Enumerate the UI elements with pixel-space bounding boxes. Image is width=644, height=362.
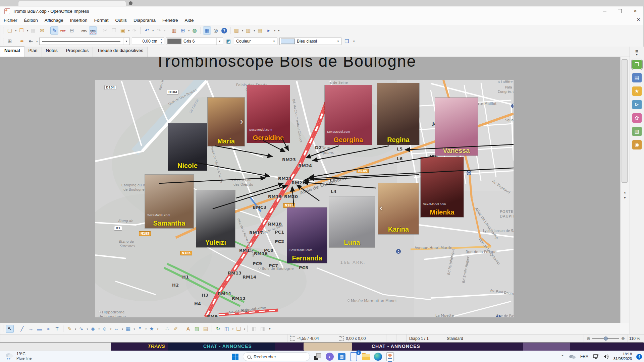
menu-format[interactable]: Format	[91, 16, 112, 25]
basic-shapes-icon[interactable]: ◆▾	[89, 325, 97, 333]
extrusion-on-icon[interactable]: ◨	[259, 325, 267, 333]
onedrive-icon[interactable]	[569, 354, 576, 359]
menu-fichier[interactable]: Fichier	[0, 16, 21, 25]
edge-button[interactable]	[374, 352, 382, 361]
redo-icon[interactable]: ↷▾	[155, 26, 163, 35]
sidebar-images-icon[interactable]: ▧	[632, 127, 642, 136]
arrange-icon[interactable]: ❏▾	[234, 325, 243, 333]
vertical-scrollbar[interactable]: ▲ ▼	[620, 57, 629, 323]
menu-edition[interactable]: Édition	[21, 16, 41, 25]
volume-icon[interactable]	[603, 354, 609, 359]
connector-icon[interactable]: ∿▾	[77, 325, 85, 333]
alignment-icon[interactable]: ◫▾	[223, 325, 231, 333]
zoom-icon[interactable]: ◎	[212, 26, 220, 35]
stars-icon[interactable]: ★▾	[148, 325, 156, 333]
sidebar-properties-icon[interactable]: ❒	[632, 60, 642, 69]
flowchart-icon[interactable]: ▦▾	[124, 325, 132, 333]
taskbar-search[interactable]: Rechercher	[243, 352, 310, 361]
line-color-select[interactable]: Gris 6 ▼	[166, 38, 223, 45]
fontwork-icon[interactable]: A	[184, 325, 192, 333]
text-icon[interactable]: T	[53, 325, 61, 333]
block-arrows-icon[interactable]: ⇔▾	[112, 325, 120, 333]
start-button[interactable]	[231, 352, 239, 361]
extrusion-off-icon[interactable]: ◧	[250, 325, 258, 333]
edit-mode-icon[interactable]: ✎	[50, 26, 58, 35]
taskbar-clock[interactable]: 18:18 31/05/2023	[613, 352, 632, 361]
menu-diaporama[interactable]: Diaporama	[130, 16, 159, 25]
network-icon[interactable]	[593, 354, 599, 359]
notification-badge[interactable]: 4	[636, 354, 642, 360]
cut-icon[interactable]: ✂	[101, 26, 109, 35]
auto-spellcheck-icon[interactable]: ABC	[89, 26, 97, 35]
callouts-icon[interactable]: ❝▾	[136, 325, 144, 333]
fill-type-select[interactable]: Couleur ▼	[234, 38, 277, 45]
fill-icon[interactable]: ◩	[224, 37, 232, 45]
fill-color-select[interactable]: Bleu classi ▼	[279, 38, 341, 45]
microsoft-store-button[interactable]: ▦	[337, 352, 346, 361]
phone-link-button[interactable]: 6	[350, 352, 358, 361]
insert-slide-icon[interactable]: ▧▾	[232, 26, 240, 35]
print-icon[interactable]: ⊟	[68, 26, 76, 35]
slide-layout-icon[interactable]: ▥▾	[244, 26, 252, 35]
open-document-icon[interactable]: ❒▾	[17, 26, 25, 35]
edit-points-icon[interactable]: ∴	[163, 325, 171, 333]
save-icon[interactable]: ▦	[29, 26, 37, 35]
view-tab-normal[interactable]: Normal	[0, 46, 24, 57]
close-button[interactable]: ✕	[628, 6, 643, 16]
arrow-style-icon[interactable]: ⇤▾	[27, 37, 35, 45]
spellcheck-icon[interactable]: ABC	[80, 26, 88, 35]
glue-points-icon[interactable]: ✐	[172, 325, 180, 333]
toolbar-grip[interactable]	[2, 27, 3, 34]
zoom-out-icon[interactable]: ⊖	[587, 336, 590, 341]
view-tab-plan[interactable]: Plan	[24, 47, 42, 57]
rectangle-icon[interactable]: ▬	[36, 325, 44, 333]
language-indicator[interactable]: FRA	[580, 354, 588, 359]
zoom-slider-handle[interactable]	[604, 337, 608, 341]
shadow-icon[interactable]: ❏	[343, 37, 351, 45]
undo-icon[interactable]: ↶▾	[143, 26, 151, 35]
copy-icon[interactable]: ❐	[110, 26, 118, 35]
symbol-shapes-icon[interactable]: ☺▾	[101, 325, 109, 333]
table-icon[interactable]: ⊞▾	[179, 26, 187, 35]
menu-insertion[interactable]: Insertion	[67, 16, 91, 25]
vertical-scroll-thumb[interactable]	[622, 59, 628, 183]
minimize-button[interactable]	[597, 6, 612, 16]
line-icon[interactable]: ╱	[18, 325, 26, 333]
hyperlink-icon[interactable]: ◍	[191, 26, 199, 35]
export-pdf-icon[interactable]: PDF	[59, 26, 67, 35]
zoom-in-icon[interactable]: ⊕	[621, 336, 625, 341]
curve-icon[interactable]: ✎▾	[65, 325, 73, 333]
slide-work-area[interactable]: Trombinoscope Bois de Boulogne	[0, 57, 620, 323]
close-document-icon[interactable]: ✕	[637, 17, 640, 22]
sidebar-menu-icon[interactable]: ≡▾	[633, 50, 641, 56]
menu-affichage[interactable]: Affichage	[41, 16, 67, 25]
sidebar-master-pages-icon[interactable]: ▤	[632, 73, 642, 82]
format-paintbrush-icon[interactable]: ✑	[130, 26, 139, 35]
ellipse-icon[interactable]: ●	[44, 325, 52, 333]
sidebar-navigator-icon[interactable]: ◉	[632, 140, 642, 149]
next-slide-arrow[interactable]: ▼	[621, 196, 629, 199]
menu-fenetre[interactable]: Fenêtre	[159, 16, 181, 25]
maximize-button[interactable]	[612, 6, 628, 16]
arrow-icon[interactable]: →	[27, 325, 35, 333]
from-file-icon[interactable]: ▨	[193, 325, 201, 333]
toolbar-overflow-icon[interactable]: ▾	[278, 29, 280, 32]
slide-title[interactable]: Trombinoscope Bois de Boulogne	[138, 57, 433, 70]
new-document-icon[interactable]: ▢▾	[6, 26, 14, 35]
slideshow-icon[interactable]: ▸▾	[265, 26, 273, 35]
menu-outils[interactable]: Outils	[112, 16, 130, 25]
line-width-input[interactable]: 0,00 cm ▲▼	[132, 38, 164, 45]
slide-design-icon[interactable]: ▤	[256, 26, 264, 35]
teams-chat-button[interactable]: ▸	[325, 352, 334, 361]
task-view-button[interactable]	[313, 352, 322, 361]
line-style-select[interactable]: ▼	[39, 38, 130, 45]
gallery-icon[interactable]: ▤	[202, 325, 210, 333]
display-grid-icon[interactable]: ▦	[203, 26, 211, 35]
rotate-icon[interactable]: ↻	[214, 325, 222, 333]
toolbar-overflow-icon[interactable]: ▾	[269, 327, 271, 330]
toolbar-grip[interactable]	[2, 325, 3, 332]
zoom-slider[interactable]	[592, 338, 619, 339]
sidebar-slide-transition-icon[interactable]: ⊳	[632, 100, 642, 109]
zoom-percent[interactable]: 110 %	[628, 335, 644, 342]
zoom-control[interactable]: ⊖ ⊕	[584, 336, 628, 341]
